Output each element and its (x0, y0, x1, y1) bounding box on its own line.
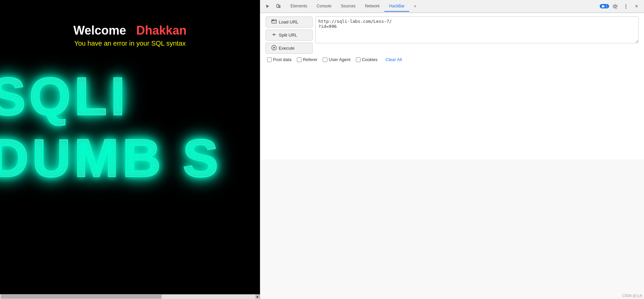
settings-btn[interactable] (610, 2, 620, 11)
execute-button[interactable]: Execute (266, 43, 313, 54)
welcome-heading: Welcome Dhakkan (73, 23, 187, 38)
referer-checkbox-label[interactable]: Referer (297, 57, 317, 62)
hackbar-options-row: Post data Referer User Agent Cookies Cle… (267, 57, 639, 62)
sqli-banner: SQLI DUMB S (0, 65, 260, 189)
horizontal-scrollbar[interactable]: ► (0, 294, 260, 299)
post-data-label: Post data (273, 57, 291, 62)
more-options-btn[interactable] (621, 2, 631, 11)
tab-sources[interactable]: Sources (336, 1, 360, 12)
devtools-header-right: 1 × (600, 2, 641, 11)
svg-point-4 (626, 6, 627, 7)
svg-point-5 (626, 7, 627, 8)
notifications-badge[interactable]: 1 (600, 4, 609, 8)
svg-rect-1 (279, 5, 280, 8)
execute-icon (271, 45, 277, 51)
split-url-icon (271, 32, 277, 38)
referer-checkbox[interactable] (297, 57, 302, 62)
load-url-icon (271, 19, 277, 25)
tab-hackbar[interactable]: HackBar (384, 1, 409, 12)
user-agent-checkbox-label[interactable]: User Agent (323, 57, 350, 62)
svg-point-7 (272, 20, 273, 20)
tab-network[interactable]: Network (360, 1, 384, 12)
referer-label: Referer (303, 57, 317, 62)
svg-point-3 (626, 4, 627, 5)
hackbar-buttons-column: Load URL Split URL Execute (266, 16, 313, 54)
hackbar-url-area: Load URL Split URL Execute (266, 16, 639, 54)
cookies-label: Cookies (362, 57, 378, 62)
svg-rect-0 (277, 4, 279, 7)
load-url-label: Load URL (279, 19, 299, 24)
post-data-checkbox[interactable] (267, 57, 272, 62)
clear-all-link[interactable]: Clear All (386, 57, 402, 62)
webpage-panel: Welcome Dhakkan You have an error in you… (0, 0, 260, 299)
tab-more[interactable]: » (409, 1, 421, 12)
split-url-label: Split URL (279, 33, 297, 38)
cookies-checkbox-label[interactable]: Cookies (356, 57, 378, 62)
hackbar-content: Load URL Split URL Execute (260, 13, 644, 159)
devtools-header: Elements Console Sources Network HackBar… (260, 0, 644, 13)
welcome-word: Welcome (73, 23, 126, 37)
svg-marker-11 (273, 47, 275, 49)
tab-elements[interactable]: Elements (286, 1, 312, 12)
svg-point-8 (273, 20, 273, 20)
tab-console[interactable]: Console (312, 1, 336, 12)
user-agent-checkbox[interactable] (323, 57, 327, 62)
user-agent-label: User Agent (329, 57, 350, 62)
error-message: You have an error in your SQL syntax (74, 40, 185, 47)
devtools-tabs: Elements Console Sources Network HackBar… (286, 1, 598, 12)
cookies-checkbox[interactable] (356, 57, 361, 62)
cursor-icon-btn[interactable] (263, 2, 272, 11)
execute-label: Execute (279, 46, 294, 51)
username-text: Dhakkan (136, 23, 186, 37)
split-url-button[interactable]: Split URL (266, 30, 313, 41)
load-url-button[interactable]: Load URL (266, 16, 313, 28)
device-toggle-btn[interactable] (274, 2, 283, 11)
svg-point-9 (273, 34, 275, 35)
post-data-checkbox-label[interactable]: Post data (267, 57, 291, 62)
csdn-watermark: CSDN @汪杰 (622, 294, 643, 298)
svg-rect-2 (602, 5, 604, 7)
scroll-right-arrow[interactable]: ► (255, 294, 260, 299)
devtools-panel: Elements Console Sources Network HackBar… (260, 0, 644, 299)
close-devtools-btn[interactable]: × (632, 2, 641, 11)
scrollbar-thumb[interactable] (1, 295, 162, 299)
url-input[interactable]: http://sqli-labs.com/Less-7/ ?id=996 (315, 16, 639, 43)
